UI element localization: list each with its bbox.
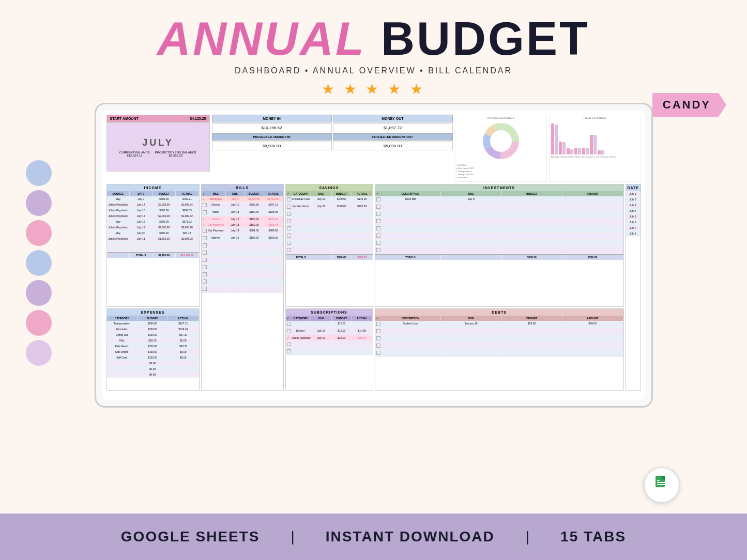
savings-row: Vacation FundJuly 20$120.00$720.00	[286, 204, 373, 211]
bill-row: ✓ Mortgage July 5 $1,500.00 $1,500.00	[202, 196, 283, 202]
bill-row	[202, 278, 283, 286]
savings-row: Christmas FundJuly 11$140.00$140.00	[286, 196, 373, 204]
bill-row: Car PaymentJuly 14$489.00$489.00	[202, 228, 283, 235]
date-row: July 2	[626, 197, 641, 203]
invest-row	[375, 232, 623, 240]
header: ANNUAL BUDGET DASHBOARD • ANNUAL OVERVIE…	[0, 0, 747, 103]
money-in-value: $10,296.62	[212, 123, 332, 132]
subscriptions-header: SUBSCRIPTIONS	[286, 309, 373, 316]
invest-row	[375, 225, 623, 232]
money-values: $10,296.62 $1,897.72	[212, 123, 453, 132]
debt-row	[375, 350, 623, 357]
expense-row: Transportation$200.00$107.21	[107, 321, 199, 326]
color-circle-5	[26, 280, 52, 306]
footer-divider-1: |	[291, 528, 295, 545]
spreadsheet-inner: START AMOUNT $4,125.25 JULY CURRENT BALA…	[102, 111, 645, 400]
savings-header: SAVINGS	[286, 184, 373, 191]
expenses-header: EXPENSES	[107, 309, 199, 316]
current-balance: CURRENT BALANCE $12,524.15	[119, 151, 150, 157]
date-row: July 1	[626, 191, 641, 197]
income-subheader: SOURCE DATE BUDGET ACTUAL	[107, 191, 199, 196]
bill-row	[202, 271, 283, 278]
income-row: John's PaycheckJuly 15$600.00$602.65	[107, 208, 199, 213]
debt-row	[375, 343, 623, 350]
debts-section: DEBTS ✓ DESCRIPTION DUE BUDGET AMOUNT St…	[375, 308, 624, 391]
invest-row	[375, 218, 623, 225]
savings-section: SAVINGS ✓ CATEGORY DUE BUDGET ACTUAL Chr…	[285, 184, 373, 307]
bill-row	[202, 250, 283, 257]
debt-row	[375, 328, 623, 335]
svg-rect-10	[657, 484, 666, 485]
expense-row: Kids Needs$150.00$43.76	[107, 344, 199, 349]
expense-row: $0.00	[107, 361, 199, 366]
projected-end-balance: PROJECTED END BALANCE $8,335.25	[155, 151, 196, 157]
color-swatches	[26, 160, 52, 366]
savings-row	[286, 247, 373, 254]
sub-row: $10.00	[286, 321, 373, 328]
color-circle-3	[26, 220, 52, 246]
debt-row	[375, 335, 623, 343]
income-section: INCOME SOURCE DATE BUDGET ACTUAL EtsyJul…	[106, 184, 200, 307]
money-headers: MONEY IN MONEY OUT	[212, 115, 453, 122]
google-sheets-icon	[644, 467, 680, 503]
income-row: John's PaycheckJuly 19$2,000.00$2,003.76	[107, 225, 199, 230]
bills-subheader: ✓ BILL DUE BUDGET ACTUAL	[202, 191, 283, 196]
bills-section: BILLS ✓ BILL DUE BUDGET ACTUAL ✓ Mortgag…	[201, 184, 284, 391]
debts-header: DEBTS	[375, 309, 623, 316]
color-circle-1	[26, 160, 52, 186]
bill-row	[202, 257, 283, 264]
income-row: Jane's PaycheckJuly 11$1,500.00$1,598.00	[107, 236, 199, 242]
money-out-label: MONEY OUT	[333, 115, 453, 122]
bar-phone	[574, 148, 581, 154]
expense-row: Gifts$50.00$0.00	[107, 338, 199, 344]
money-out-value: $1,897.72	[333, 123, 453, 132]
bar-water	[567, 148, 573, 154]
proj-out-value: $5,890.00	[333, 142, 453, 150]
chart1-legend: ■ Self Care ■ Kids Needs 7.1% ■ Transpor…	[455, 163, 546, 180]
invest-row	[375, 247, 623, 254]
tabs-label: 15 TABS	[560, 528, 626, 545]
expense-row: Groceries$700.00$519.49	[107, 326, 199, 332]
budget-text: BUDGET	[381, 13, 590, 65]
investments-subheader: ✓ DESCRIPTION DUE BUDGET AMOUNT	[375, 191, 623, 196]
instant-download-label: INSTANT DOWNLOAD	[326, 528, 495, 545]
color-circle-2	[26, 190, 52, 216]
spreadsheet: START AMOUNT $4,125.25 JULY CURRENT BALA…	[102, 111, 645, 400]
svg-rect-9	[657, 482, 666, 483]
savings-row	[286, 225, 373, 232]
date-column: DATE July 1 July 2 July 3 July 4 July 5 …	[626, 184, 641, 391]
proj-in-value: $9,900.00	[212, 142, 332, 150]
bar-mortgage	[551, 123, 558, 154]
sub-row: ✓Adobe IllustratorJuly 11$25.00$25.01	[286, 335, 373, 341]
expense-row: Dining Out$100.00$97.20	[107, 332, 199, 338]
subscriptions-subheader: ✓ CATEGORY DUE BUDGET ACTUAL	[286, 316, 373, 321]
month-label: JULY	[142, 137, 173, 148]
date-row: July 4	[626, 208, 641, 214]
july-balance: CURRENT BALANCE $12,524.15 PROJECTED END…	[119, 151, 196, 157]
invest-row	[375, 211, 623, 218]
date-col-header: DATE	[626, 184, 641, 191]
bill-row	[202, 264, 283, 271]
start-amount-label: START AMOUNT	[110, 117, 139, 120]
invest-row	[375, 204, 623, 211]
money-in-label: MONEY IN	[212, 115, 332, 122]
proj-out-label: PROJECTED AMOUNT OUT	[333, 133, 453, 141]
bar-chart	[550, 119, 641, 155]
investments-debts-column: INVESTMENTS ✓ DESCRIPTION DUE BUDGET AMO…	[375, 184, 624, 391]
screen: START AMOUNT $4,125.25 JULY CURRENT BALA…	[95, 103, 653, 408]
investments-header: INVESTMENTS	[375, 184, 623, 191]
sub-row: Disney+July 10$15.00$14.99	[286, 328, 373, 335]
date-header-section: DATE July 1 July 2 July 3 July 4 July 5 …	[626, 184, 641, 391]
main-title: ANNUAL BUDGET	[0, 15, 747, 62]
sub-row	[286, 348, 373, 355]
money-box: MONEY IN MONEY OUT $10,296.62 $1,897.72 …	[212, 115, 453, 182]
debts-subheader: ✓ DESCRIPTION DUE BUDGET AMOUNT	[375, 316, 623, 321]
expenses-section: EXPENSES CATEGORY BUDGET ACTUAL Transpor…	[106, 308, 200, 391]
savings-subscriptions-column: SAVINGS ✓ CATEGORY DUE BUDGET ACTUAL Chr…	[285, 184, 373, 391]
projected-headers: PROJECTED AMOUNT IN PROJECTED AMOUNT OUT	[212, 133, 453, 141]
subtitle: DASHBOARD • ANNUAL OVERVIEW • BILL CALEN…	[0, 66, 747, 75]
ss-top-section: START AMOUNT $4,125.25 JULY CURRENT BALA…	[106, 115, 641, 182]
bill-row	[202, 242, 283, 250]
expenses-subheader: CATEGORY BUDGET ACTUAL	[107, 316, 199, 321]
income-row: EtsyJuly 7$600.00$769.21	[107, 196, 199, 202]
